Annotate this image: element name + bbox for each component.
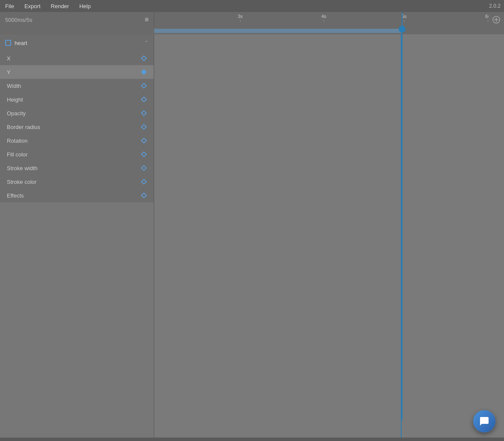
property-row[interactable]: Border radius xyxy=(0,120,154,134)
property-label: Fill color xyxy=(7,151,141,158)
layer-name-heart: heart xyxy=(15,40,141,46)
playhead-line xyxy=(402,12,403,420)
diamond-icon xyxy=(141,55,147,61)
right-panel xyxy=(154,34,504,438)
diamond-icon xyxy=(141,69,147,75)
menu-help[interactable]: Help xyxy=(78,2,92,10)
property-row[interactable]: Rotation xyxy=(0,134,154,147)
add-keyframe-button[interactable] xyxy=(489,12,504,27)
menu-render[interactable]: Render xyxy=(49,2,71,10)
ruler-tick: 4s xyxy=(322,12,327,22)
ruler-tick: 6s xyxy=(485,12,489,22)
layer-group-heart: heart ⌃ X Y Width Height Opacity Borde xyxy=(0,34,154,202)
layer-header-heart[interactable]: heart ⌃ xyxy=(0,34,154,51)
ruler-tick-line xyxy=(324,20,324,22)
property-label: Width xyxy=(7,83,141,89)
ruler-tick-label: 6s xyxy=(485,14,489,19)
diamond-icon xyxy=(141,138,147,144)
timeline-header: 5000ms/5s ≡ 3s 4s 5s 6s xyxy=(0,12,504,27)
property-label: Y xyxy=(7,69,141,75)
keyframe-icon[interactable] xyxy=(141,83,147,89)
timeline-ruler[interactable]: 3s 4s 5s 6s xyxy=(154,12,489,27)
content-area: heart ⌃ X Y Width Height Opacity Borde xyxy=(0,34,504,438)
property-row[interactable]: Stroke width xyxy=(0,161,154,175)
diamond-icon xyxy=(141,110,147,116)
property-label: Stroke width xyxy=(7,165,141,171)
ruler-tick-line xyxy=(404,20,404,22)
keyframe-icon[interactable] xyxy=(141,165,147,171)
keyframe-icon[interactable] xyxy=(141,151,147,157)
timeline-duration: 5000ms/5s xyxy=(5,17,33,23)
property-label: Rotation xyxy=(7,138,141,144)
ruler-tick-label: 4s xyxy=(322,14,327,19)
playhead-fill xyxy=(154,29,402,33)
property-label: Stroke color xyxy=(7,179,141,185)
ruler-tick-line xyxy=(488,20,488,22)
property-row[interactable]: Stroke color xyxy=(0,175,154,189)
menubar: File Export Render Help 2.0.2 xyxy=(0,0,504,12)
ruler-tick-label: 3s xyxy=(238,14,243,19)
menu-export[interactable]: Export xyxy=(23,2,42,10)
keyframe-icon[interactable] xyxy=(141,110,147,116)
properties-list: X Y Width Height Opacity Border radius R… xyxy=(0,51,154,202)
keyframe-icon[interactable] xyxy=(141,55,147,61)
property-row[interactable]: Height xyxy=(0,93,154,106)
hamburger-icon[interactable]: ≡ xyxy=(145,16,149,24)
property-label: X xyxy=(7,55,141,62)
property-row[interactable]: X xyxy=(0,51,154,65)
diamond-icon xyxy=(141,165,147,171)
chevron-up-icon[interactable]: ⌃ xyxy=(144,40,149,46)
chat-button[interactable] xyxy=(473,410,495,432)
property-label: Height xyxy=(7,96,141,103)
playhead-head[interactable] xyxy=(399,26,406,33)
keyframe-icon[interactable] xyxy=(141,69,147,75)
property-label: Border radius xyxy=(7,124,141,130)
keyframe-icon[interactable] xyxy=(141,179,147,185)
diamond-icon xyxy=(141,179,147,185)
property-row[interactable]: Effects xyxy=(0,189,154,202)
ruler-tick: 3s xyxy=(238,12,243,22)
menu-file[interactable]: File xyxy=(3,2,16,10)
square-icon xyxy=(5,40,11,46)
property-label: Effects xyxy=(7,192,141,199)
diamond-icon xyxy=(141,96,147,102)
diamond-icon xyxy=(141,192,147,198)
keyframe-icon[interactable] xyxy=(141,124,147,130)
playhead-bar[interactable] xyxy=(0,27,504,34)
app-version: 2.0.2 xyxy=(489,3,501,9)
diamond-icon xyxy=(141,151,147,157)
keyframe-icon[interactable] xyxy=(141,138,147,144)
property-row[interactable]: Width xyxy=(0,79,154,93)
main-area: 5000ms/5s ≡ 3s 4s 5s 6s xyxy=(0,12,504,441)
property-row[interactable]: Opacity xyxy=(0,106,154,120)
bottom-bar xyxy=(0,438,504,441)
keyframe-icon[interactable] xyxy=(141,192,147,198)
property-row[interactable]: Fill color xyxy=(0,147,154,161)
diamond-icon xyxy=(141,83,147,89)
ruler-tick-line xyxy=(240,20,241,22)
property-label: Opacity xyxy=(7,110,141,117)
timeline-controls: 5000ms/5s ≡ xyxy=(0,12,154,27)
left-panel: heart ⌃ X Y Width Height Opacity Borde xyxy=(0,34,154,438)
playhead-track xyxy=(154,27,489,34)
property-row[interactable]: Y xyxy=(0,65,154,79)
keyframe-icon[interactable] xyxy=(141,96,147,102)
diamond-icon xyxy=(141,124,147,130)
